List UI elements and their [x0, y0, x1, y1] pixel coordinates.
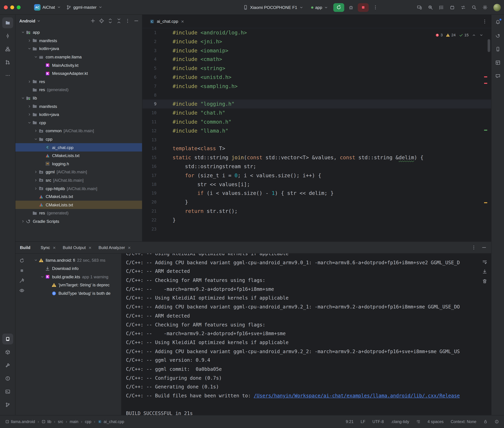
line-number[interactable]: 9	[142, 100, 156, 109]
project-tree-item-ggml[interactable]: ggml[AiChat.lib.main]	[16, 168, 142, 176]
chevron-down-icon[interactable]	[33, 55, 39, 59]
console-file-link[interactable]: /Users/hanyin/Workspace/ai-chat/examples…	[254, 393, 460, 399]
plus-icon[interactable]	[90, 18, 95, 24]
zoom-window-button[interactable]	[17, 5, 20, 9]
context-indicator[interactable]: Context: None	[451, 420, 476, 424]
build-tree-item-download-info[interactable]: Download info	[28, 264, 121, 273]
chevron-down-icon[interactable]	[26, 121, 32, 125]
line-separator[interactable]: LF	[361, 420, 365, 424]
line-number[interactable]: 3	[142, 46, 156, 55]
tool-build-variants-icon[interactable]	[2, 347, 13, 358]
soft-wrap-icon[interactable]	[482, 259, 487, 264]
line-number[interactable]: 13	[142, 135, 156, 144]
line-number[interactable]: 16	[142, 162, 156, 171]
project-tree-item-mainactivity-kt[interactable]: KMainActivity.kt	[16, 61, 142, 69]
collapse-all-icon[interactable]	[116, 18, 121, 24]
project-tree-item-kotlin-java[interactable]: kotlin+java	[16, 110, 142, 119]
chevron-down-icon[interactable]	[20, 30, 26, 34]
project-tree-item-cmakelists-txt[interactable]: CMakeLists.txt	[16, 192, 142, 201]
tool-problems-icon[interactable]	[2, 373, 13, 384]
tool-running-devices-icon[interactable]	[2, 333, 13, 345]
editor-scrollbar[interactable]	[487, 39, 490, 52]
tool-pull-requests-icon[interactable]	[2, 57, 13, 68]
close-tab-icon[interactable]: ×	[88, 245, 92, 250]
todo-checklist-icon[interactable]	[439, 5, 444, 10]
chevron-down-icon[interactable]	[33, 137, 39, 141]
chevron-right-icon[interactable]	[26, 112, 32, 116]
project-selector[interactable]: AC AiChat	[32, 3, 64, 12]
plugins-icon[interactable]	[450, 5, 455, 10]
editor-options-kebab-icon[interactable]	[482, 19, 487, 24]
tool-terminal-icon[interactable]	[2, 386, 13, 397]
chevron-right-icon[interactable]	[26, 39, 32, 43]
project-tree-item-ai-chat-cpp[interactable]: Cai_chat.cpp	[16, 143, 142, 152]
project-tree-item-res[interactable]: res(generated)	[16, 86, 142, 94]
close-window-button[interactable]	[4, 5, 8, 9]
line-number[interactable]: 4	[142, 55, 156, 64]
run-configuration-selector[interactable]: app	[308, 4, 331, 11]
project-tree-item-kotlin-java[interactable]: kotlin+java	[16, 45, 142, 53]
project-tree-item-cmakelists-txt[interactable]: CMakeLists.txt	[16, 201, 142, 209]
editor-tab-ai-chat-cpp[interactable]: C ai_chat.cpp ×	[146, 15, 188, 28]
close-tab-icon[interactable]: ×	[52, 245, 56, 250]
line-number[interactable]: 20	[142, 198, 156, 207]
chevron-right-icon[interactable]	[33, 129, 39, 133]
project-tree-item-cmakelists-txt[interactable]: CMakeLists.txt	[16, 151, 142, 160]
build-tab-sync[interactable]: Sync×	[37, 242, 60, 253]
indent-size[interactable]: 4 spaces	[427, 420, 444, 424]
clear-all-icon[interactable]	[482, 279, 487, 284]
breadcrumb-ai-chat-cpp[interactable]: Cai_chat.cpp	[98, 420, 124, 424]
warning-stripe-mark[interactable]	[484, 202, 487, 203]
run-options-kebab-icon[interactable]	[371, 3, 380, 12]
clang-tidy-status[interactable]: .clang-tidy	[391, 420, 409, 424]
device-pairing-icon[interactable]	[461, 5, 466, 10]
hide-icon[interactable]	[134, 18, 139, 24]
build-tree-item-jvmtarget-string-is-deprec[interactable]: 'jvmTarget: String' is deprec	[28, 281, 121, 289]
line-number[interactable]: 7	[142, 82, 156, 91]
project-tree-item-com-example-llama[interactable]: com.example.llama	[16, 53, 142, 61]
tool-insights-icon[interactable]	[493, 71, 503, 81]
error-stripe-mark[interactable]	[484, 76, 487, 77]
stop-grey-icon[interactable]	[19, 268, 24, 273]
line-number[interactable]: 18	[142, 180, 156, 189]
project-tree-item-gradle-scripts[interactable]: Gradle Scripts	[16, 217, 142, 225]
project-tree-item-src[interactable]: src[AiChat.lib.main]	[16, 176, 142, 184]
chevron-down-icon[interactable]	[20, 96, 26, 100]
tool-structure-icon[interactable]	[2, 44, 13, 55]
tool-build-hammer-icon[interactable]	[2, 360, 13, 371]
build-tab-build-analyzer[interactable]: Build Analyzer×	[95, 242, 135, 253]
build-options-kebab-icon[interactable]	[471, 245, 476, 250]
chevron-right-icon[interactable]	[33, 170, 39, 174]
kebab-icon[interactable]	[125, 18, 130, 24]
project-tree-item-cpp[interactable]: cpp	[16, 135, 142, 143]
chevron-down-icon[interactable]	[39, 275, 45, 279]
refresh-icon[interactable]	[19, 258, 24, 263]
chevron-down-icon[interactable]	[33, 258, 39, 262]
expand-all-icon[interactable]	[108, 18, 113, 24]
breadcrumb-src[interactable]: src	[58, 420, 63, 424]
read-write-lock-icon[interactable]	[483, 420, 487, 424]
project-view-selector[interactable]: Android	[19, 18, 35, 23]
line-number[interactable]: 2	[142, 37, 156, 46]
project-tree-item-cpp-httplib[interactable]: cpp-httplib[AiChat.lib.main]	[16, 184, 142, 192]
device-mirroring-icon[interactable]	[417, 5, 422, 10]
vcs-branch-selector[interactable]: ggml-master	[64, 3, 105, 11]
line-number[interactable]: 11	[142, 117, 156, 126]
chevron-right-icon[interactable]	[20, 219, 26, 223]
build-console[interactable]: C/C++: -- Using KleidiAI optimized kerne…	[121, 254, 491, 415]
next-issue-icon[interactable]	[479, 33, 483, 37]
settings-icon[interactable]	[482, 5, 487, 10]
project-tree-item-manifests[interactable]: manifests	[16, 36, 142, 45]
line-number[interactable]: 23	[142, 224, 156, 233]
tool-commit-icon[interactable]	[2, 31, 13, 41]
breadcrumb-main[interactable]: main	[70, 420, 78, 424]
user-avatar[interactable]	[493, 4, 501, 11]
chevron-right-icon[interactable]	[26, 80, 32, 84]
error-stripe-mark[interactable]	[484, 83, 487, 84]
locate-icon[interactable]	[99, 18, 104, 24]
pin-icon[interactable]	[19, 278, 24, 283]
chevron-down-icon[interactable]	[36, 19, 41, 23]
debug-icon[interactable]	[347, 3, 355, 12]
chevron-right-icon[interactable]	[33, 178, 39, 182]
build-tree-item-llama-android-fi[interactable]: llama.android: fi22 sec, 583 ms	[28, 256, 121, 264]
